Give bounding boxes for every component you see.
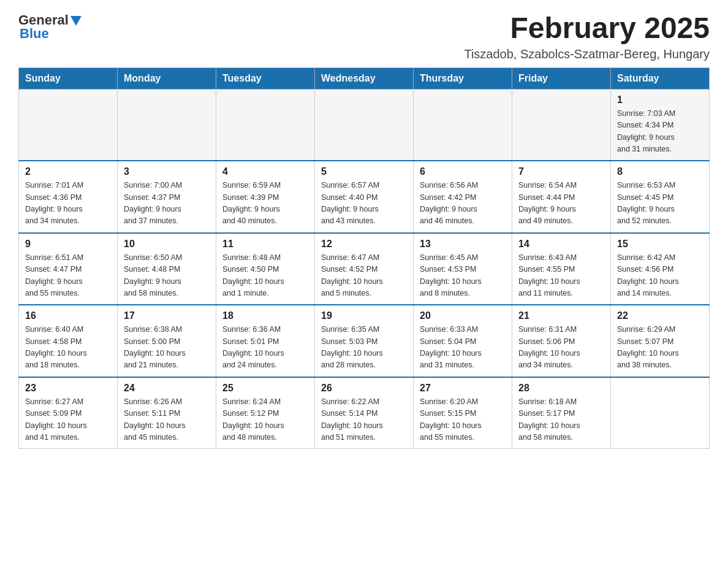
day-info: Sunrise: 6:18 AM Sunset: 5:17 PM Dayligh… — [518, 396, 604, 444]
day-info: Sunrise: 6:51 AM Sunset: 4:47 PM Dayligh… — [25, 252, 111, 300]
calendar-cell: 16Sunrise: 6:40 AM Sunset: 4:58 PM Dayli… — [19, 305, 118, 377]
day-info: Sunrise: 7:01 AM Sunset: 4:36 PM Dayligh… — [25, 180, 111, 228]
day-info: Sunrise: 6:26 AM Sunset: 5:11 PM Dayligh… — [124, 396, 210, 444]
calendar-cell: 28Sunrise: 6:18 AM Sunset: 5:17 PM Dayli… — [512, 377, 611, 449]
day-info: Sunrise: 6:56 AM Sunset: 4:42 PM Dayligh… — [420, 180, 506, 228]
day-info: Sunrise: 7:00 AM Sunset: 4:37 PM Dayligh… — [124, 180, 210, 228]
day-number: 13 — [420, 239, 506, 250]
day-info: Sunrise: 6:22 AM Sunset: 5:14 PM Dayligh… — [321, 396, 407, 444]
day-number: 5 — [321, 166, 407, 177]
weekday-header-friday: Friday — [512, 67, 611, 89]
day-info: Sunrise: 6:42 AM Sunset: 4:56 PM Dayligh… — [617, 252, 703, 300]
calendar-table: SundayMondayTuesdayWednesdayThursdayFrid… — [18, 67, 710, 450]
title-block: February 2025 Tiszadob, Szabolcs-Szatmar… — [464, 12, 710, 61]
calendar-cell: 20Sunrise: 6:33 AM Sunset: 5:04 PM Dayli… — [414, 305, 512, 377]
calendar-cell: 6Sunrise: 6:56 AM Sunset: 4:42 PM Daylig… — [414, 161, 512, 233]
day-number: 27 — [420, 383, 506, 394]
day-number: 25 — [222, 383, 308, 394]
page-subtitle: Tiszadob, Szabolcs-Szatmar-Bereg, Hungar… — [464, 47, 710, 61]
day-number: 10 — [124, 239, 210, 250]
day-info: Sunrise: 6:24 AM Sunset: 5:12 PM Dayligh… — [222, 396, 308, 444]
day-number: 21 — [518, 310, 604, 321]
calendar-cell — [216, 89, 315, 161]
calendar-cell — [512, 89, 611, 161]
day-info: Sunrise: 6:45 AM Sunset: 4:53 PM Dayligh… — [420, 252, 506, 300]
day-info: Sunrise: 6:27 AM Sunset: 5:09 PM Dayligh… — [25, 396, 111, 444]
calendar-cell: 27Sunrise: 6:20 AM Sunset: 5:15 PM Dayli… — [414, 377, 512, 449]
day-number: 19 — [321, 310, 407, 321]
logo-triangle-icon — [70, 16, 82, 26]
day-info: Sunrise: 6:33 AM Sunset: 5:04 PM Dayligh… — [420, 324, 506, 372]
calendar-cell: 9Sunrise: 6:51 AM Sunset: 4:47 PM Daylig… — [19, 233, 118, 305]
calendar-cell — [118, 89, 216, 161]
day-number: 6 — [420, 166, 506, 177]
day-number: 18 — [222, 310, 308, 321]
calendar-cell: 3Sunrise: 7:00 AM Sunset: 4:37 PM Daylig… — [118, 161, 216, 233]
weekday-header-wednesday: Wednesday — [315, 67, 414, 89]
calendar-cell — [611, 377, 710, 449]
day-info: Sunrise: 6:54 AM Sunset: 4:44 PM Dayligh… — [518, 180, 604, 228]
weekday-header-tuesday: Tuesday — [216, 67, 315, 89]
day-number: 1 — [617, 94, 703, 105]
logo: General Blue — [18, 12, 82, 42]
calendar-cell: 25Sunrise: 6:24 AM Sunset: 5:12 PM Dayli… — [216, 377, 315, 449]
calendar-week-3: 9Sunrise: 6:51 AM Sunset: 4:47 PM Daylig… — [19, 233, 710, 305]
calendar-cell — [414, 89, 512, 161]
day-number: 12 — [321, 239, 407, 250]
calendar-cell: 11Sunrise: 6:48 AM Sunset: 4:50 PM Dayli… — [216, 233, 315, 305]
calendar-cell: 21Sunrise: 6:31 AM Sunset: 5:06 PM Dayli… — [512, 305, 611, 377]
calendar-cell: 26Sunrise: 6:22 AM Sunset: 5:14 PM Dayli… — [315, 377, 414, 449]
day-number: 15 — [617, 239, 703, 250]
day-number: 8 — [617, 166, 703, 177]
day-info: Sunrise: 6:43 AM Sunset: 4:55 PM Dayligh… — [518, 252, 604, 300]
day-number: 4 — [222, 166, 308, 177]
calendar-cell: 18Sunrise: 6:36 AM Sunset: 5:01 PM Dayli… — [216, 305, 315, 377]
day-info: Sunrise: 6:48 AM Sunset: 4:50 PM Dayligh… — [222, 252, 308, 300]
calendar-week-2: 2Sunrise: 7:01 AM Sunset: 4:36 PM Daylig… — [19, 161, 710, 233]
calendar-cell: 14Sunrise: 6:43 AM Sunset: 4:55 PM Dayli… — [512, 233, 611, 305]
day-number: 9 — [25, 239, 111, 250]
day-number: 11 — [222, 239, 308, 250]
day-info: Sunrise: 6:59 AM Sunset: 4:39 PM Dayligh… — [222, 180, 308, 228]
page-title: February 2025 — [464, 12, 710, 45]
day-info: Sunrise: 6:31 AM Sunset: 5:06 PM Dayligh… — [518, 324, 604, 372]
day-info: Sunrise: 6:53 AM Sunset: 4:45 PM Dayligh… — [617, 180, 703, 228]
day-info: Sunrise: 6:29 AM Sunset: 5:07 PM Dayligh… — [617, 324, 703, 372]
day-info: Sunrise: 6:57 AM Sunset: 4:40 PM Dayligh… — [321, 180, 407, 228]
calendar-cell: 19Sunrise: 6:35 AM Sunset: 5:03 PM Dayli… — [315, 305, 414, 377]
day-info: Sunrise: 6:47 AM Sunset: 4:52 PM Dayligh… — [321, 252, 407, 300]
calendar-cell: 1Sunrise: 7:03 AM Sunset: 4:34 PM Daylig… — [611, 89, 710, 161]
calendar-cell: 5Sunrise: 6:57 AM Sunset: 4:40 PM Daylig… — [315, 161, 414, 233]
day-number: 17 — [124, 310, 210, 321]
day-number: 16 — [25, 310, 111, 321]
day-number: 28 — [518, 383, 604, 394]
day-number: 26 — [321, 383, 407, 394]
calendar-cell: 12Sunrise: 6:47 AM Sunset: 4:52 PM Dayli… — [315, 233, 414, 305]
weekday-header-saturday: Saturday — [611, 67, 710, 89]
calendar-cell: 8Sunrise: 6:53 AM Sunset: 4:45 PM Daylig… — [611, 161, 710, 233]
day-number: 14 — [518, 239, 604, 250]
calendar-cell: 13Sunrise: 6:45 AM Sunset: 4:53 PM Dayli… — [414, 233, 512, 305]
day-info: Sunrise: 6:35 AM Sunset: 5:03 PM Dayligh… — [321, 324, 407, 372]
day-number: 7 — [518, 166, 604, 177]
logo-blue-text: Blue — [20, 26, 49, 42]
day-number: 22 — [617, 310, 703, 321]
calendar-cell: 17Sunrise: 6:38 AM Sunset: 5:00 PM Dayli… — [118, 305, 216, 377]
day-number: 24 — [124, 383, 210, 394]
day-info: Sunrise: 6:36 AM Sunset: 5:01 PM Dayligh… — [222, 324, 308, 372]
day-info: Sunrise: 6:40 AM Sunset: 4:58 PM Dayligh… — [25, 324, 111, 372]
calendar-cell: 4Sunrise: 6:59 AM Sunset: 4:39 PM Daylig… — [216, 161, 315, 233]
weekday-header-sunday: Sunday — [19, 67, 118, 89]
day-info: Sunrise: 7:03 AM Sunset: 4:34 PM Dayligh… — [617, 108, 703, 156]
day-info: Sunrise: 6:50 AM Sunset: 4:48 PM Dayligh… — [124, 252, 210, 300]
calendar-cell — [19, 89, 118, 161]
day-number: 20 — [420, 310, 506, 321]
day-number: 2 — [25, 166, 111, 177]
day-info: Sunrise: 6:38 AM Sunset: 5:00 PM Dayligh… — [124, 324, 210, 372]
calendar-cell — [315, 89, 414, 161]
weekday-header-thursday: Thursday — [414, 67, 512, 89]
page-header: General Blue February 2025 Tiszadob, Sza… — [18, 12, 710, 61]
day-info: Sunrise: 6:20 AM Sunset: 5:15 PM Dayligh… — [420, 396, 506, 444]
calendar-cell: 22Sunrise: 6:29 AM Sunset: 5:07 PM Dayli… — [611, 305, 710, 377]
weekday-header-monday: Monday — [118, 67, 216, 89]
